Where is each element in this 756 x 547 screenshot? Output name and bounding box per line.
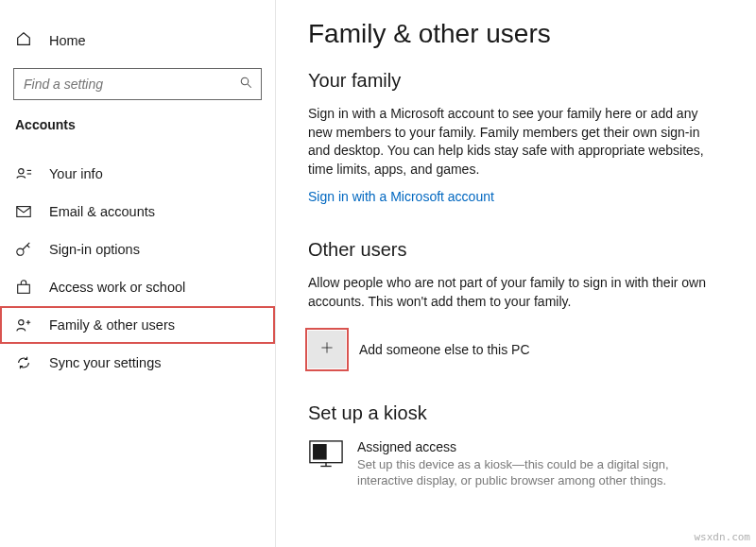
briefcase-icon [15, 279, 32, 296]
page-title: Family & other users [308, 19, 724, 49]
home-label: Home [49, 33, 86, 48]
plus-icon [319, 340, 335, 359]
home-button[interactable]: Home [0, 25, 275, 68]
family-heading: Your family [308, 70, 724, 92]
category-label: Accounts [0, 117, 275, 145]
add-user-label: Add someone else to this PC [359, 342, 530, 357]
sidebar-item-sync-settings[interactable]: Sync your settings [0, 344, 275, 382]
svg-rect-12 [314, 444, 326, 458]
other-users-description: Allow people who are not part of your fa… [308, 274, 714, 311]
family-description: Sign in with a Microsoft account to see … [308, 105, 714, 179]
sync-icon [15, 354, 32, 371]
svg-rect-5 [17, 207, 30, 217]
sidebar-item-label: Family & other users [49, 317, 175, 333]
assigned-access-row[interactable]: Assigned access Set up this device as a … [308, 439, 724, 489]
sidebar-item-access-work-school[interactable]: Access work or school [0, 268, 275, 306]
sidebar-item-label: Your info [49, 166, 103, 181]
add-user-button[interactable] [308, 331, 346, 368]
kiosk-icon [308, 439, 344, 470]
sidebar-item-label: Sync your settings [49, 355, 161, 370]
assigned-access-title: Assigned access [357, 439, 716, 454]
family-icon [15, 316, 32, 333]
main-content: Family & other users Your family Sign in… [276, 0, 756, 547]
sidebar-item-label: Access work or school [49, 280, 185, 295]
svg-rect-7 [18, 284, 30, 293]
other-users-section: Other users Allow people who are not par… [308, 239, 724, 368]
svg-line-1 [248, 84, 251, 88]
svg-point-6 [17, 248, 24, 255]
kiosk-heading: Set up a kiosk [308, 402, 724, 424]
nav-list: Your info Email & accounts Sign-in optio… [0, 145, 275, 382]
other-users-heading: Other users [308, 239, 724, 261]
kiosk-section: Set up a kiosk Assigned access Set up th… [308, 402, 724, 489]
sidebar-item-email-accounts[interactable]: Email & accounts [0, 193, 275, 231]
key-icon [15, 241, 32, 258]
search-input[interactable] [24, 77, 239, 92]
mail-icon [15, 203, 32, 220]
sidebar-item-your-info[interactable]: Your info [0, 155, 275, 193]
assigned-access-desc: Set up this device as a kiosk—this could… [357, 456, 716, 489]
family-section: Your family Sign in with a Microsoft acc… [308, 70, 724, 205]
add-user-row[interactable]: Add someone else to this PC [308, 331, 724, 368]
sidebar-item-label: Email & accounts [49, 204, 155, 219]
svg-point-0 [241, 77, 249, 85]
sidebar-item-signin-options[interactable]: Sign-in options [0, 231, 275, 268]
search-box[interactable] [13, 68, 262, 100]
home-icon [15, 30, 32, 51]
watermark: wsxdn.com [694, 531, 750, 543]
sidebar: Home Accounts Your info Email [0, 0, 276, 547]
signin-microsoft-link[interactable]: Sign in with a Microsoft account [308, 189, 494, 204]
search-icon [239, 76, 253, 94]
sidebar-item-family-other-users[interactable]: Family & other users [0, 306, 275, 344]
user-card-icon [15, 165, 32, 182]
sidebar-item-label: Sign-in options [49, 242, 140, 257]
svg-point-8 [19, 320, 24, 325]
svg-point-2 [19, 169, 24, 174]
